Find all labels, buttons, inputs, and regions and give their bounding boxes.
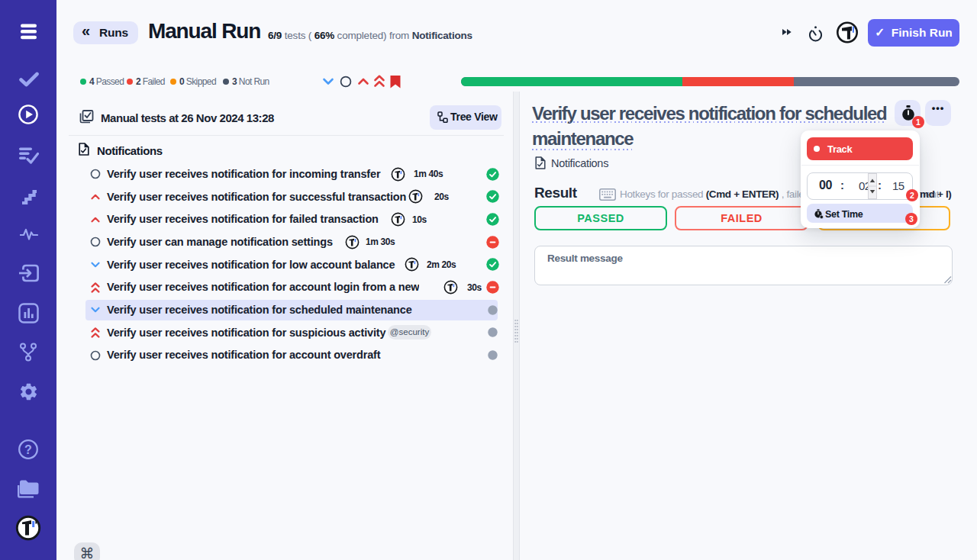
svg-text:?: ? bbox=[24, 443, 32, 456]
